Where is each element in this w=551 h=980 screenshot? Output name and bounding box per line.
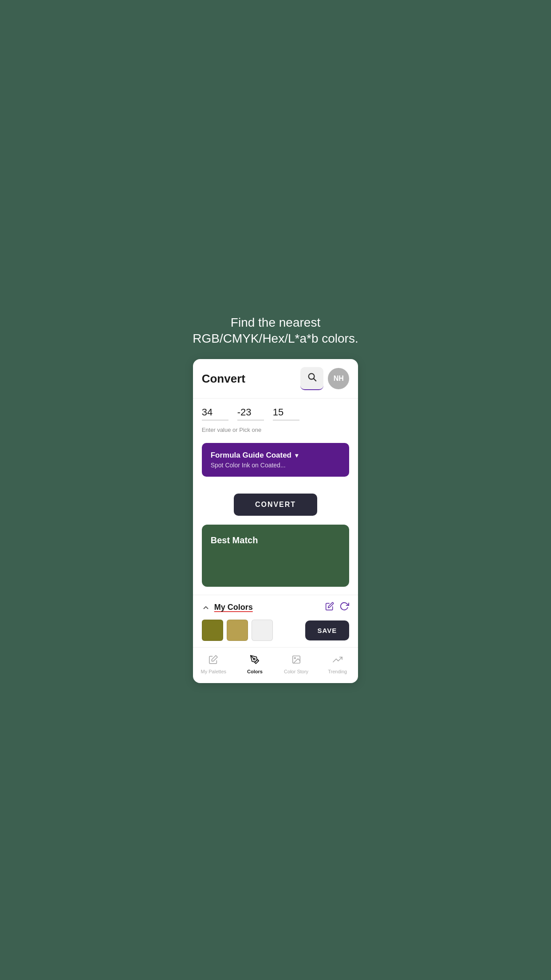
pencil-brush-icon <box>250 655 260 667</box>
search-icon <box>307 372 317 384</box>
value-inputs <box>202 407 350 423</box>
color-guide-dropdown[interactable]: Formula Guide Coated ▾ Spot Color Ink on… <box>202 443 350 477</box>
my-colors-title: My Colors <box>214 603 326 612</box>
svg-point-3 <box>254 659 256 660</box>
swatch-2[interactable] <box>227 620 248 641</box>
my-colors-header: My Colors <box>202 601 350 613</box>
screen: Find the nearest RGB/CMYK/Hex/L*a*b colo… <box>184 297 367 684</box>
tab-trending[interactable]: Trending <box>317 652 358 677</box>
dropdown-subtitle: Spot Color Ink on Coated... <box>211 462 341 469</box>
dropdown-title: Formula Guide Coated ▾ <box>211 451 341 460</box>
value-input-1[interactable] <box>202 407 228 420</box>
chevron-down-icon: ▾ <box>295 452 298 459</box>
swatch-3[interactable] <box>252 620 273 641</box>
tab-colors-label: Colors <box>247 669 263 674</box>
color-swatches: SAVE <box>202 620 350 641</box>
hero-text: Find the nearest RGB/CMYK/Hex/L*a*b colo… <box>184 315 367 347</box>
image-icon <box>291 655 301 667</box>
tab-color-story[interactable]: Color Story <box>276 652 317 677</box>
page-title: Convert <box>202 372 301 386</box>
tab-color-story-label: Color Story <box>284 669 308 674</box>
tab-trending-label: Trending <box>328 669 347 674</box>
swatch-1[interactable] <box>202 620 223 641</box>
save-button[interactable]: SAVE <box>305 620 350 640</box>
header: Convert NH <box>193 359 358 399</box>
best-match-section: Best Match <box>202 525 350 587</box>
avatar: NH <box>328 368 349 389</box>
search-button[interactable] <box>300 367 323 390</box>
tab-my-palettes-label: My Palettes <box>201 669 226 674</box>
svg-line-1 <box>314 379 316 381</box>
svg-point-5 <box>294 658 295 659</box>
collapse-button[interactable] <box>202 604 210 612</box>
eyedropper-icon <box>209 655 218 667</box>
value-input-3[interactable] <box>273 407 299 420</box>
tab-my-palettes[interactable]: My Palettes <box>193 652 234 677</box>
edit-button[interactable] <box>325 602 334 613</box>
value-input-2[interactable] <box>237 407 264 420</box>
best-match-box: Best Match <box>202 525 350 587</box>
tab-bar: My Palettes Colors <box>193 647 358 683</box>
refresh-button[interactable] <box>339 601 349 613</box>
best-match-label: Best Match <box>211 535 258 545</box>
tab-colors[interactable]: Colors <box>234 652 276 677</box>
input-area: Enter value or Pick one <box>193 399 358 437</box>
convert-button[interactable]: CONVERT <box>234 494 317 516</box>
trending-icon <box>333 655 342 667</box>
card: Convert NH Enter value or Pick one <box>193 359 358 683</box>
input-hint: Enter value or Pick one <box>202 427 350 433</box>
convert-button-wrap: CONVERT <box>193 483 358 525</box>
my-colors-section: My Colors SAVE <box>193 595 358 647</box>
